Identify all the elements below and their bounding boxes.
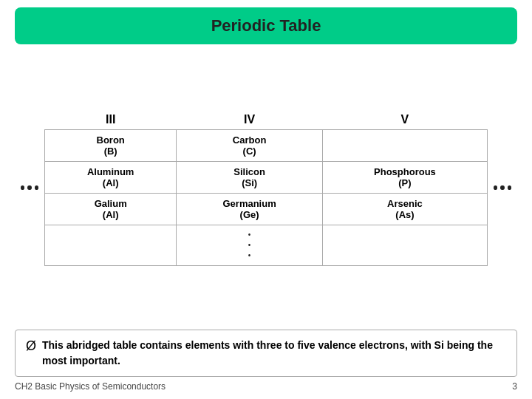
note-arrow: Ø <box>26 338 36 354</box>
col-header-5: V <box>322 110 487 130</box>
cell-vertical-dots: ••• <box>177 225 323 265</box>
cell-silicon: Silicon (Si) <box>177 161 323 193</box>
table-row: Galium (Al) Germanium (Ge) Arsenic (As) <box>45 193 488 225</box>
main-content: III IV V Boron (B) Carbon (C) Aluminum <box>15 52 517 324</box>
dots-left <box>15 185 44 190</box>
dot-left-1 <box>21 185 24 190</box>
dot-right-1 <box>494 185 497 190</box>
table-row: Boron (B) Carbon (C) <box>45 129 488 161</box>
cell-galium: Galium (Al) <box>45 193 177 225</box>
col-header-4: IV <box>177 110 323 130</box>
table-row-dots: ••• <box>45 225 488 265</box>
dot-left-2 <box>27 185 31 190</box>
table-row: Aluminum (Al) Silicon (Si) Phosphorous (… <box>45 161 488 193</box>
cell-empty-3 <box>322 225 487 265</box>
cell-empty-1 <box>322 129 487 161</box>
cell-phosphorous: Phosphorous (P) <box>322 161 487 193</box>
note-box: Ø This abridged table contains elements … <box>15 330 517 377</box>
col-header-3: III <box>45 110 177 130</box>
cell-empty-2 <box>45 225 177 265</box>
dot-left-3 <box>35 185 38 190</box>
periodic-table: III IV V Boron (B) Carbon (C) Aluminum <box>44 110 488 266</box>
cell-arsenic: Arsenic (As) <box>322 193 487 225</box>
cell-germanium: Germanium (Ge) <box>177 193 323 225</box>
footer-left: CH2 Basic Physics of Semiconductors <box>15 381 166 392</box>
dot-right-3 <box>508 185 511 190</box>
cell-aluminum: Aluminum (Al) <box>45 161 177 193</box>
cell-boron: Boron (B) <box>45 129 177 161</box>
cell-carbon: Carbon (C) <box>177 129 323 161</box>
title-banner: Periodic Table <box>15 7 517 44</box>
dots-right <box>488 185 517 190</box>
footer-right: 3 <box>512 381 517 392</box>
footer: CH2 Basic Physics of Semiconductors 3 <box>15 381 517 392</box>
dot-right-2 <box>500 185 504 190</box>
note-text: This abridged table contains elements wi… <box>42 338 506 369</box>
page-title: Periodic Table <box>211 16 321 35</box>
